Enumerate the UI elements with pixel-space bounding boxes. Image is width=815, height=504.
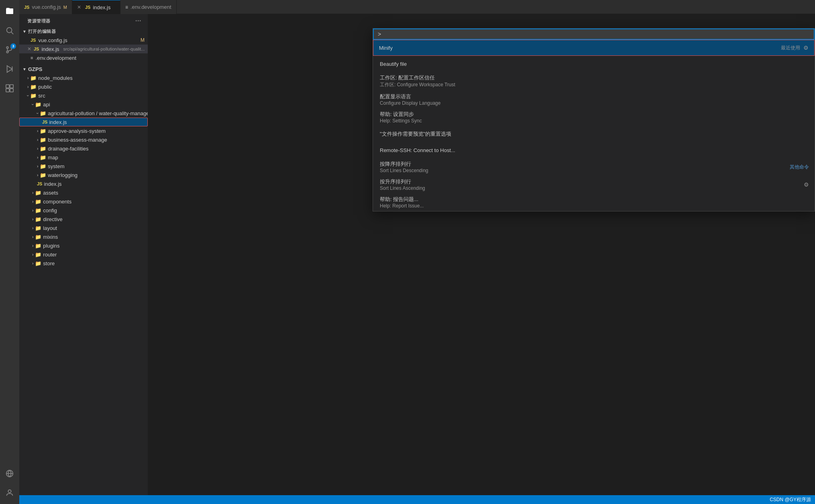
folder-public[interactable]: › 📁 public xyxy=(19,82,148,91)
open-editor-index-path: src/api/agricultural-pollution/water-qua… xyxy=(63,47,145,51)
command-item-beautify[interactable]: Beautify file xyxy=(373,56,815,72)
chevron-waterlogging: › xyxy=(37,173,38,177)
remote-icon[interactable] xyxy=(2,465,18,482)
folder-business-label: business-assess-manage xyxy=(48,137,107,143)
open-editors-header[interactable]: ▼ 打开的编辑器 xyxy=(19,27,148,36)
folder-router[interactable]: › 📁 router xyxy=(19,250,148,259)
folder-icon-assets: 📁 xyxy=(35,190,41,196)
source-control-icon[interactable]: 3 xyxy=(2,42,18,58)
folder-plugins[interactable]: › 📁 plugins xyxy=(19,241,148,250)
project-root[interactable]: ▼ GZPS xyxy=(19,65,148,73)
folder-api-label: api xyxy=(43,102,50,108)
run-icon[interactable] xyxy=(2,61,18,77)
folder-directive[interactable]: › 📁 directive xyxy=(19,215,148,224)
file-index-js-agri[interactable]: JS index.js xyxy=(19,118,148,126)
command-item-display-lang-title: 配置显示语言 xyxy=(380,93,440,100)
tab-index-js[interactable]: ✕ JS index.js xyxy=(72,0,120,14)
folder-components[interactable]: › 📁 components xyxy=(19,197,148,206)
sidebar-more-icon[interactable]: ··· xyxy=(135,17,141,24)
chevron-directive: › xyxy=(32,217,33,222)
editor-area: Minify 最近使用 ⚙ Beautify file xyxy=(148,14,815,495)
folder-config[interactable]: › 📁 config xyxy=(19,206,148,215)
tab-close-index[interactable]: ✕ xyxy=(77,4,81,10)
file-index-label-api: index.js xyxy=(44,181,61,187)
command-item-settings-sync-title: 帮助: 设置同步 xyxy=(380,111,422,118)
project-chevron: ▼ xyxy=(22,67,26,71)
folder-layout[interactable]: › 📁 layout xyxy=(19,224,148,232)
folder-approve[interactable]: › 📁 approve-analysis-system xyxy=(19,126,148,135)
folder-agri-label: agricultural-pollution / water-quality-m… xyxy=(48,110,148,116)
open-editor-env-label: .env.development xyxy=(35,55,76,61)
folder-drainage[interactable]: › 📁 drainage-facilities xyxy=(19,144,148,153)
command-input[interactable] xyxy=(378,31,810,37)
folder-assets[interactable]: › 📁 assets xyxy=(19,188,148,197)
command-item-minify-right: 最近使用 ⚙ xyxy=(781,45,809,51)
chevron-system: › xyxy=(37,164,38,169)
command-item-display-lang[interactable]: 配置显示语言 Configure Display Language xyxy=(373,91,815,108)
sidebar: 资源管理器 ··· ▼ 打开的编辑器 JS vue.config.js M ✕ xyxy=(19,14,148,495)
account-icon[interactable] xyxy=(2,485,18,501)
command-item-report-issue[interactable]: 帮助: 报告问题... Help: Report Issue... xyxy=(373,193,815,211)
command-item-sort-asc-left: 按升序排列行 Sort Lines Ascending xyxy=(380,178,425,191)
folder-map[interactable]: › 📁 map xyxy=(19,153,148,162)
open-editor-vue-config-label: vue.config.js xyxy=(38,37,67,43)
folder-icon-map: 📁 xyxy=(40,154,46,161)
open-editor-vue-config[interactable]: JS vue.config.js M xyxy=(19,36,148,45)
folder-plugins-label: plugins xyxy=(43,243,59,249)
folder-agricultural[interactable]: › 📁 agricultural-pollution / water-quali… xyxy=(19,109,148,118)
open-editors-chevron: ▼ xyxy=(22,29,26,34)
open-editor-env[interactable]: ≡ .env.development xyxy=(19,53,148,62)
folder-mixins[interactable]: › 📁 mixins xyxy=(19,232,148,241)
folder-waterlogging[interactable]: › 📁 waterlogging xyxy=(19,171,148,179)
js-icon-api: JS xyxy=(37,181,42,186)
command-item-remote-ssh[interactable]: Remote-SSH: Connect to Host... xyxy=(373,142,815,158)
chevron-components: › xyxy=(32,199,33,204)
source-control-badge: 3 xyxy=(10,43,16,49)
tab-env-development[interactable]: ≡ .env.development xyxy=(120,0,177,14)
command-item-sort-desc[interactable]: 按降序排列行 Sort Lines Descending 其他命令 xyxy=(373,158,815,176)
folder-icon-plugins: 📁 xyxy=(35,243,41,249)
extensions-icon[interactable] xyxy=(2,80,18,96)
chevron-approve: › xyxy=(37,129,38,133)
close-icon-editor[interactable]: ✕ xyxy=(27,46,31,52)
command-item-beautify-left: Beautify file xyxy=(380,61,407,67)
command-item-minify[interactable]: Minify 最近使用 ⚙ xyxy=(373,40,815,56)
status-bar-text: CSDN @GY程序源 xyxy=(770,496,811,503)
folder-icon-router: 📁 xyxy=(35,252,41,258)
folder-directive-label: directive xyxy=(43,216,62,222)
folder-business[interactable]: › 📁 business-assess-manage xyxy=(19,135,148,144)
folder-api[interactable]: › 📁 api xyxy=(19,100,148,109)
command-item-workspace-left: 工作区: 配置工作区信任 工作区: Configure Workspace Tr… xyxy=(380,74,455,88)
command-item-file-preview-reset[interactable]: "文件操作需要预览"的重置选项 xyxy=(373,126,815,142)
command-item-minify-title: Minify xyxy=(379,45,393,51)
search-icon[interactable] xyxy=(2,22,18,39)
gear-icon-sort-asc[interactable]: ⚙ xyxy=(804,181,809,188)
folder-icon-directive: 📁 xyxy=(35,216,41,222)
gear-icon-minify[interactable]: ⚙ xyxy=(803,45,809,51)
folder-icon-approve: 📁 xyxy=(40,128,46,134)
folder-node-modules[interactable]: › 📁 node_modules xyxy=(19,73,148,82)
open-editor-index-js[interactable]: ✕ JS index.js src/api/agricultural-pollu… xyxy=(19,45,148,53)
folder-icon-src: 📁 xyxy=(30,93,37,99)
folder-src[interactable]: › 📁 src xyxy=(19,91,148,100)
folder-system[interactable]: › 📁 system xyxy=(19,162,148,171)
folder-store[interactable]: › 📁 store xyxy=(19,259,148,268)
js-icon-2: JS xyxy=(34,47,39,51)
command-item-display-lang-left: 配置显示语言 Configure Display Language xyxy=(380,93,440,106)
folder-icon-drainage: 📁 xyxy=(40,146,46,152)
folder-router-label: router xyxy=(43,252,57,258)
svg-point-5 xyxy=(6,47,8,49)
files-icon[interactable] xyxy=(2,3,18,19)
modified-indicator: M xyxy=(141,37,145,43)
chevron-drainage: › xyxy=(37,146,38,151)
file-index-js-api[interactable]: JS index.js xyxy=(19,179,148,188)
command-item-workspace-trust[interactable]: 工作区: 配置工作区信任 工作区: Configure Workspace Tr… xyxy=(373,72,815,91)
command-item-remote-ssh-left: Remote-SSH: Connect to Host... xyxy=(380,147,455,153)
folder-mixins-label: mixins xyxy=(43,234,58,240)
tab-vue-config[interactable]: JS vue.config.js M xyxy=(19,0,72,14)
command-item-sort-desc-subtitle: Sort Lines Descending xyxy=(380,168,428,173)
js-icon-index: JS xyxy=(85,5,90,10)
command-item-sort-asc[interactable]: 按升序排列行 Sort Lines Ascending ⚙ xyxy=(373,176,815,193)
command-item-settings-sync[interactable]: 帮助: 设置同步 Help: Settings Sync xyxy=(373,108,815,126)
command-list: Minify 最近使用 ⚙ Beautify file xyxy=(373,40,815,211)
